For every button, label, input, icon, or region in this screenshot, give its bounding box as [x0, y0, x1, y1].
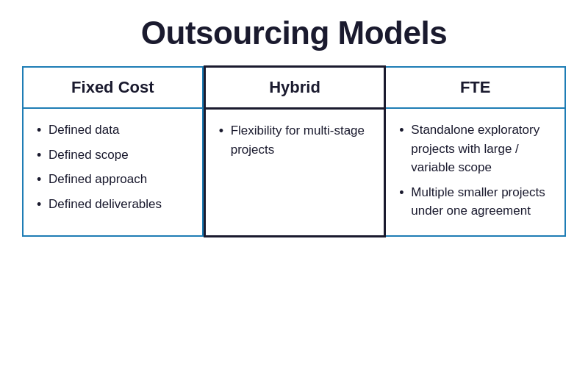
list-item: Flexibility for multi-stage projects: [218, 121, 373, 159]
fte-list: Standalone exploratory projects with lar…: [398, 121, 553, 221]
fte-column: FTE Standalone exploratory projects with…: [386, 68, 564, 235]
list-item: Defined scope: [35, 146, 190, 165]
hybrid-body: Flexibility for multi-stage projects: [206, 110, 384, 235]
list-item: Defined approach: [35, 170, 190, 189]
fixed-cost-header: Fixed Cost: [24, 68, 202, 109]
fixed-cost-column: Fixed Cost Defined data Defined scope De…: [24, 68, 204, 235]
list-item: Standalone exploratory projects with lar…: [398, 121, 553, 177]
list-item: Defined deliverables: [35, 195, 190, 214]
list-item: Multiple smaller projects under one agre…: [398, 183, 553, 221]
fte-body: Standalone exploratory projects with lar…: [386, 109, 564, 235]
page-title: Outsourcing Models: [141, 15, 447, 51]
hybrid-column: Hybrid Flexibility for multi-stage proje…: [204, 65, 387, 237]
outsourcing-table: Fixed Cost Defined data Defined scope De…: [22, 66, 566, 237]
list-item: Defined data: [35, 121, 190, 140]
hybrid-list: Flexibility for multi-stage projects: [218, 121, 373, 159]
fixed-cost-body: Defined data Defined scope Defined appro…: [24, 109, 202, 235]
fte-header: FTE: [386, 68, 564, 109]
hybrid-header: Hybrid: [206, 68, 384, 110]
fixed-cost-list: Defined data Defined scope Defined appro…: [35, 121, 190, 213]
